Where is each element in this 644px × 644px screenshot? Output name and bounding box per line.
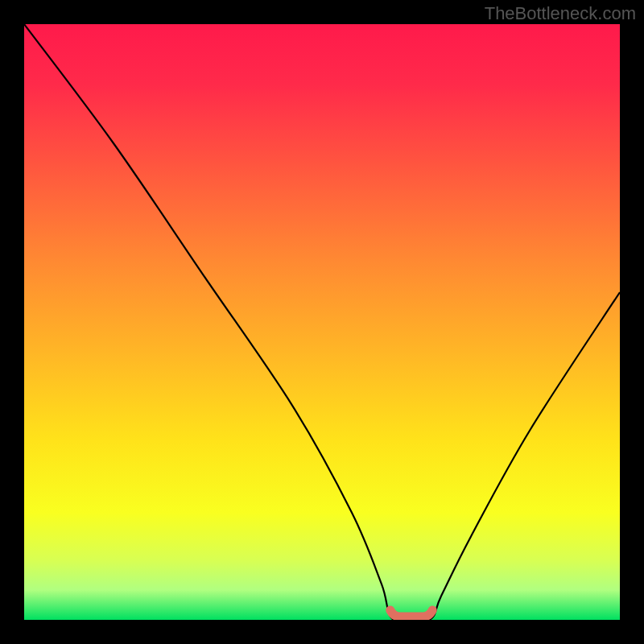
chart-container: TheBottleneck.com — [0, 0, 644, 644]
optimal-range-marker — [390, 610, 432, 617]
chart-svg — [24, 24, 620, 620]
watermark-text: TheBottleneck.com — [485, 3, 636, 24]
bottleneck-curve — [24, 24, 620, 620]
plot-area — [24, 24, 620, 620]
